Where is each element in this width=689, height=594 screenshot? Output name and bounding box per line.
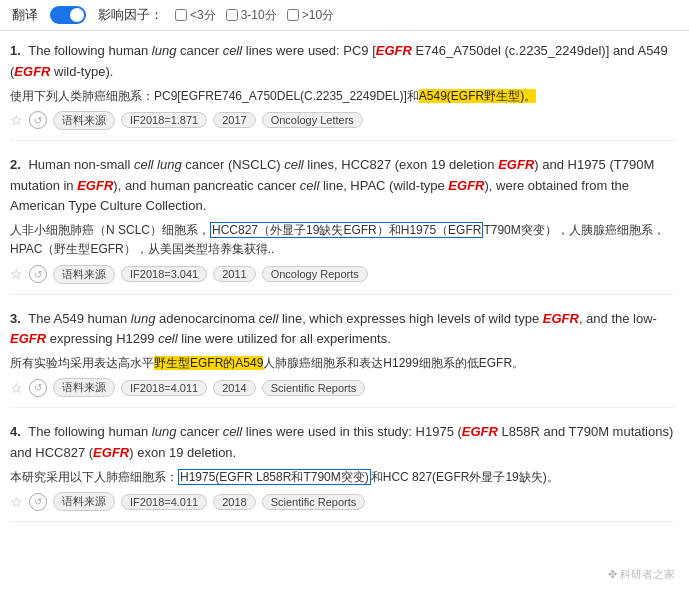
result-3-number: 3. bbox=[10, 311, 21, 326]
result-1-number: 1. bbox=[10, 43, 21, 58]
egfr-1a: EGFR bbox=[376, 43, 412, 58]
cn-highlight-2: HCC827（外显子19缺失EGFR）和H1975（EGFR bbox=[210, 222, 483, 238]
result-item-3: 3. The A549 human lung adenocarcinoma ce… bbox=[10, 309, 675, 409]
egfr-3b: EGFR bbox=[10, 331, 46, 346]
result-2-en: 2. Human non-small cell lung cancer (NSC… bbox=[10, 155, 675, 217]
tag-year-2[interactable]: 2011 bbox=[213, 266, 255, 282]
top-bar: 翻译 影响因子： <3分 3-10分 >10分 bbox=[0, 0, 689, 31]
result-3-cn: 所有实验均采用表达高水平野生型EGFR的A549人肺腺癌细胞系和表达H1299细… bbox=[10, 354, 675, 373]
cell-3b: cell bbox=[158, 331, 178, 346]
cell-3a: cell bbox=[259, 311, 279, 326]
tag-if-1[interactable]: IF2018=1.871 bbox=[121, 112, 207, 128]
egfr-2b: EGFR bbox=[77, 178, 113, 193]
tag-journal-2[interactable]: Oncology Reports bbox=[262, 266, 368, 282]
result-4-cn: 本研究采用以下人肺癌细胞系：H1975(EGFR L858R和T790M突变)和… bbox=[10, 468, 675, 487]
tag-journal-4[interactable]: Scientific Reports bbox=[262, 494, 366, 510]
tag-if-2[interactable]: IF2018=3.041 bbox=[121, 266, 207, 282]
result-2-cn: 人非小细胞肺癌（N SCLC）细胞系，HCC827（外显子19缺失EGFR）和H… bbox=[10, 221, 675, 259]
cn-highlight-4: H1975(EGFR L858R和T790M突变) bbox=[178, 469, 371, 485]
filter-group: <3分 3-10分 >10分 bbox=[175, 7, 334, 24]
watermark: ✤ 科研者之家 bbox=[608, 567, 675, 582]
filter-lt3-label: <3分 bbox=[190, 7, 216, 24]
result-2-number: 2. bbox=[10, 157, 21, 172]
filter-gt10-checkbox[interactable] bbox=[287, 9, 299, 21]
translate-toggle[interactable] bbox=[50, 6, 86, 24]
influence-label: 影响因子： bbox=[98, 6, 163, 24]
result-1-tags: ☆ ↺ 语料来源 IF2018=1.871 2017 Oncology Lett… bbox=[10, 111, 675, 130]
star-icon-2[interactable]: ☆ bbox=[10, 266, 23, 282]
result-2-tags: ☆ ↺ 语料来源 IF2018=3.041 2011 Oncology Repo… bbox=[10, 265, 675, 284]
tag-source-4[interactable]: 语料来源 bbox=[53, 492, 115, 511]
result-item-1: 1. The following human lung cancer cell … bbox=[10, 41, 675, 141]
result-1-en: 1. The following human lung cancer cell … bbox=[10, 41, 675, 83]
cell-2b: cell bbox=[300, 178, 320, 193]
star-icon-3[interactable]: ☆ bbox=[10, 380, 23, 396]
lung-3: lung bbox=[131, 311, 156, 326]
result-3-en: 3. The A549 human lung adenocarcinoma ce… bbox=[10, 309, 675, 351]
tag-source-2[interactable]: 语料来源 bbox=[53, 265, 115, 284]
filter-gt10-label: >10分 bbox=[302, 7, 334, 24]
toggle-knob bbox=[70, 8, 84, 22]
result-item-2: 2. Human non-small cell lung cancer (NSC… bbox=[10, 155, 675, 295]
tag-journal-1[interactable]: Oncology Letters bbox=[262, 112, 363, 128]
lung-1: lung bbox=[152, 43, 177, 58]
result-4-tags: ☆ ↺ 语料来源 IF2018=4.011 2018 Scientific Re… bbox=[10, 492, 675, 511]
result-1-cn: 使用下列人类肺癌细胞系：PC9[EGFRE746_A750DEL(C.2235_… bbox=[10, 87, 675, 106]
circle-icon-4[interactable]: ↺ bbox=[29, 493, 47, 511]
lung-4: lung bbox=[152, 424, 177, 439]
results-list: 1. The following human lung cancer cell … bbox=[0, 31, 689, 546]
egfr-2a: EGFR bbox=[498, 157, 534, 172]
cell-lung-2: cell lung bbox=[134, 157, 182, 172]
translate-label: 翻译 bbox=[12, 6, 38, 24]
cell-4a: cell bbox=[223, 424, 243, 439]
cell-1a: cell bbox=[223, 43, 243, 58]
tag-journal-3[interactable]: Scientific Reports bbox=[262, 380, 366, 396]
cn-highlight-1: A549(EGFR野生型)。 bbox=[419, 89, 536, 103]
circle-icon-1[interactable]: ↺ bbox=[29, 111, 47, 129]
star-icon-4[interactable]: ☆ bbox=[10, 494, 23, 510]
egfr-3a: EGFR bbox=[543, 311, 579, 326]
tag-year-1[interactable]: 2017 bbox=[213, 112, 255, 128]
egfr-2c: EGFR bbox=[448, 178, 484, 193]
tag-if-4[interactable]: IF2018=4.011 bbox=[121, 494, 207, 510]
result-4-en: 4. The following human lung cancer cell … bbox=[10, 422, 675, 464]
filter-lt3-checkbox[interactable] bbox=[175, 9, 187, 21]
result-3-tags: ☆ ↺ 语料来源 IF2018=4.011 2014 Scientific Re… bbox=[10, 378, 675, 397]
tag-if-3[interactable]: IF2018=4.011 bbox=[121, 380, 207, 396]
egfr-1b: EGFR bbox=[14, 64, 50, 79]
filter-3-10-checkbox[interactable] bbox=[226, 9, 238, 21]
cn-highlight-3: 野生型EGFR的A549 bbox=[154, 356, 263, 370]
result-item-4: 4. The following human lung cancer cell … bbox=[10, 422, 675, 522]
filter-lt3[interactable]: <3分 bbox=[175, 7, 216, 24]
filter-gt10[interactable]: >10分 bbox=[287, 7, 334, 24]
cell-2a: cell bbox=[284, 157, 304, 172]
result-4-number: 4. bbox=[10, 424, 21, 439]
star-icon-1[interactable]: ☆ bbox=[10, 112, 23, 128]
egfr-4b: EGFR bbox=[93, 445, 129, 460]
tag-year-4[interactable]: 2018 bbox=[213, 494, 255, 510]
filter-3-10-label: 3-10分 bbox=[241, 7, 277, 24]
circle-icon-3[interactable]: ↺ bbox=[29, 379, 47, 397]
egfr-4a: EGFR bbox=[462, 424, 498, 439]
tag-source-1[interactable]: 语料来源 bbox=[53, 111, 115, 130]
tag-source-3[interactable]: 语料来源 bbox=[53, 378, 115, 397]
tag-year-3[interactable]: 2014 bbox=[213, 380, 255, 396]
filter-3-10[interactable]: 3-10分 bbox=[226, 7, 277, 24]
circle-icon-2[interactable]: ↺ bbox=[29, 265, 47, 283]
